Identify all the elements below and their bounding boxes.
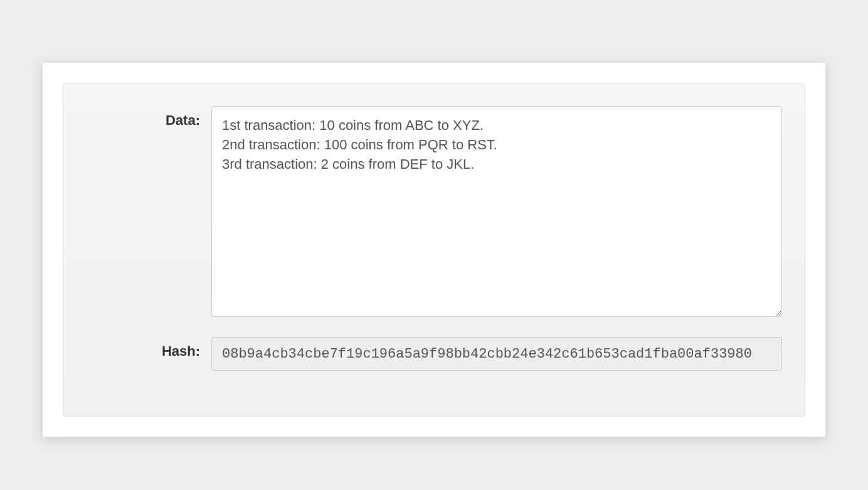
hash-row: Hash: [86,337,782,371]
data-row: Data: [86,106,782,319]
data-input-col [211,106,782,319]
data-label-col: Data: [86,106,211,129]
hash-label-col: Hash: [86,337,211,360]
data-textarea[interactable] [211,106,782,317]
card-container: Data: Hash: [43,63,825,437]
form-panel: Data: Hash: [63,83,805,417]
data-label: Data: [166,112,200,128]
hash-input-col [211,337,782,371]
hash-label: Hash: [162,343,200,359]
hash-output[interactable] [211,337,782,371]
